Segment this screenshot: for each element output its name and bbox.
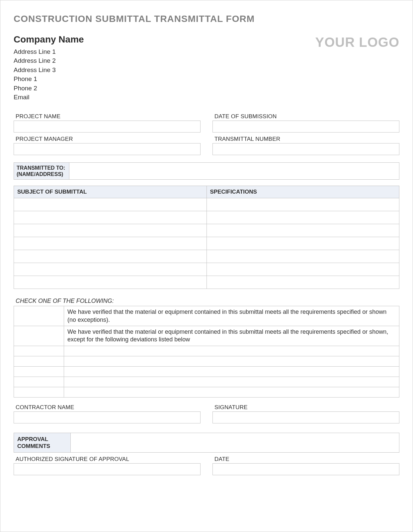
subject-header-col1: SUBJECT OF SUBMITTAL [14, 186, 207, 198]
transmitted-to-bar: TRANSMITTED TO: (NAME/ADDRESS) [14, 162, 399, 180]
deviation-pad [14, 387, 64, 397]
auth-sig-label: AUTHORIZED SIGNATURE OF APPROVAL [16, 456, 201, 463]
check-box-2[interactable] [14, 326, 64, 346]
subject-cell[interactable] [14, 237, 207, 250]
subject-row [14, 198, 399, 211]
transmitted-to-input[interactable] [69, 163, 399, 179]
project-name-label: PROJECT NAME [16, 113, 201, 120]
project-name-input[interactable] [14, 121, 201, 133]
deviation-row [14, 377, 399, 387]
approval-comments-bar: APPROVAL COMMENTS [14, 433, 399, 453]
date-submission-label: DATE OF SUBMISSION [214, 113, 399, 120]
transmitted-to-label-2: (NAME/ADDRESS) [17, 171, 63, 177]
subject-cell[interactable] [14, 224, 207, 237]
check-table: We have verified that the material or eq… [14, 306, 399, 398]
row-manager-transmittal: PROJECT MANAGER TRANSMITTAL NUMBER [14, 134, 399, 155]
deviation-pad [14, 367, 64, 377]
company-email: Email [14, 93, 84, 102]
approval-comments-label-1: APPROVAL [17, 436, 48, 442]
company-block: Company Name Address Line 1 Address Line… [14, 33, 84, 102]
company-address-1: Address Line 1 [14, 47, 84, 56]
deviation-row [14, 367, 399, 377]
check-option-row-1: We have verified that the material or eq… [14, 306, 399, 326]
approval-comments-label: APPROVAL COMMENTS [14, 433, 71, 453]
subject-table-header: SUBJECT OF SUBMITTAL SPECIFICATIONS [14, 186, 399, 198]
contractor-name-label: CONTRACTOR NAME [16, 404, 201, 411]
spec-cell[interactable] [207, 211, 399, 224]
transmitted-to-label-1: TRANSMITTED TO: [17, 165, 65, 171]
subject-header-col2: SPECIFICATIONS [207, 186, 399, 198]
approval-comments-label-2: COMMENTS [17, 443, 50, 449]
logo-placeholder: YOUR LOGO [315, 35, 399, 50]
date-input[interactable] [212, 463, 399, 475]
deviation-input[interactable] [64, 387, 399, 397]
subject-row [14, 211, 399, 224]
check-box-1[interactable] [14, 306, 64, 326]
row-authsig-date: AUTHORIZED SIGNATURE OF APPROVAL DATE [14, 454, 399, 475]
subject-row [14, 250, 399, 263]
transmittal-number-input[interactable] [212, 143, 399, 155]
signature-label: SIGNATURE [214, 404, 399, 411]
deviation-pad [14, 377, 64, 387]
form-page: CONSTRUCTION SUBMITTAL TRANSMITTAL FORM … [0, 0, 413, 532]
date-label: DATE [214, 456, 399, 463]
deviation-row [14, 346, 399, 356]
subject-table: SUBJECT OF SUBMITTAL SPECIFICATIONS [14, 186, 399, 289]
company-phone-2: Phone 2 [14, 84, 84, 93]
project-manager-label: PROJECT MANAGER [16, 136, 201, 142]
subject-cell[interactable] [14, 250, 207, 263]
spec-cell[interactable] [207, 237, 399, 250]
deviation-pad [14, 346, 64, 356]
check-text-1: We have verified that the material or eq… [64, 306, 399, 326]
deviation-input[interactable] [64, 377, 399, 387]
deviation-input[interactable] [64, 356, 399, 366]
row-project-date: PROJECT NAME DATE OF SUBMISSION [14, 111, 399, 133]
company-address-3: Address Line 3 [14, 65, 84, 75]
check-text-2: We have verified that the material or eq… [64, 326, 399, 346]
company-address-2: Address Line 2 [14, 56, 84, 65]
company-name: Company Name [14, 33, 84, 46]
check-option-row-2: We have verified that the material or eq… [14, 326, 399, 346]
subject-cell[interactable] [14, 198, 207, 211]
auth-sig-input[interactable] [14, 463, 201, 475]
spec-cell[interactable] [207, 198, 399, 211]
spec-cell[interactable] [207, 263, 399, 276]
signature-input[interactable] [212, 411, 399, 423]
subject-row [14, 276, 399, 289]
date-submission-input[interactable] [212, 121, 399, 133]
transmitted-to-label: TRANSMITTED TO: (NAME/ADDRESS) [14, 163, 69, 179]
subject-row [14, 224, 399, 237]
deviation-input[interactable] [64, 367, 399, 377]
deviation-pad [14, 356, 64, 366]
contractor-name-input[interactable] [14, 411, 201, 423]
spec-cell[interactable] [207, 224, 399, 237]
project-manager-input[interactable] [14, 143, 201, 155]
subject-row [14, 237, 399, 250]
row-contractor-signature: CONTRACTOR NAME SIGNATURE [14, 402, 399, 423]
subject-cell[interactable] [14, 211, 207, 224]
spec-cell[interactable] [207, 250, 399, 263]
subject-row [14, 263, 399, 276]
transmittal-number-label: TRANSMITTAL NUMBER [214, 136, 399, 142]
subject-cell[interactable] [14, 263, 207, 276]
form-title: CONSTRUCTION SUBMITTAL TRANSMITTAL FORM [14, 14, 399, 24]
subject-cell[interactable] [14, 276, 207, 289]
approval-comments-input[interactable] [71, 433, 399, 453]
deviation-row [14, 387, 399, 398]
check-section-title: CHECK ONE OF THE FOLLOWING: [16, 298, 399, 305]
deviation-row [14, 356, 399, 367]
company-phone-1: Phone 1 [14, 74, 84, 84]
spec-cell[interactable] [207, 276, 399, 289]
deviation-input[interactable] [64, 346, 399, 356]
header-row: Company Name Address Line 1 Address Line… [14, 33, 399, 102]
